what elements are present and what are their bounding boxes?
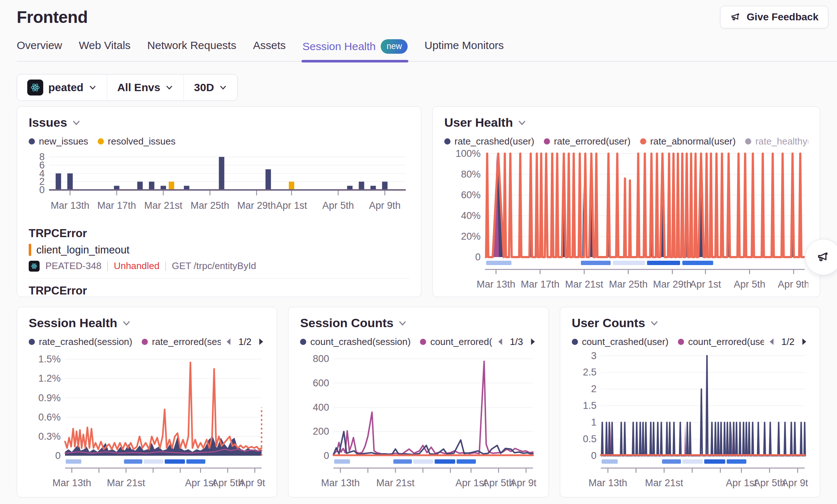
session-counts-panel: Session Counts count_crashed(session) co…	[288, 307, 549, 497]
svg-text:0.5: 0.5	[583, 434, 597, 444]
legend-pagination: 1/2	[225, 336, 265, 347]
issue-title-link[interactable]: TRPCError	[29, 227, 409, 240]
issues-bar-chart[interactable]: 02468Mar 13thMar 17thMar 21stMar 25thMar…	[29, 150, 409, 219]
issues-list: TRPCError client_login_timeout PEATED-34…	[29, 221, 409, 297]
chevron-down-icon[interactable]	[398, 318, 407, 328]
svg-text:Mar 29th: Mar 29th	[237, 200, 276, 211]
svg-text:0: 0	[55, 450, 61, 461]
chevron-down-icon[interactable]	[122, 318, 131, 328]
user-counts-chart[interactable]: 32.521.510.50Mar 13thMar 21stApr 1stApr …	[572, 350, 808, 496]
legend-item[interactable]: rate_errored(user)	[544, 136, 631, 147]
error-level-bar	[29, 244, 31, 256]
svg-text:0: 0	[475, 252, 481, 263]
svg-text:8: 8	[39, 151, 45, 162]
chevron-down-icon[interactable]	[72, 118, 81, 127]
user-health-panel-title: User Health	[444, 115, 513, 130]
user-counts-panel: User Counts count_crashed(user) count_er…	[560, 307, 820, 497]
legend-item[interactable]: count_crashed(session)	[300, 336, 411, 347]
tab-session-health[interactable]: Session Health new	[302, 39, 408, 62]
legend-item[interactable]: rate_crashed(user)	[444, 136, 534, 147]
session-counts-panel-title: Session Counts	[300, 316, 393, 330]
tab-assets[interactable]: Assets	[253, 39, 286, 60]
react-logo-icon	[29, 81, 41, 94]
tab-uptime-monitors[interactable]: Uptime Monitors	[424, 39, 504, 60]
environment-selector[interactable]: All Envs	[107, 74, 183, 101]
issue-row: TRPCError client_login_timeout PEATED-31…	[29, 278, 409, 297]
legend-pagination: 1/3	[496, 336, 537, 347]
svg-text:Mar 17th: Mar 17th	[521, 279, 559, 290]
svg-text:Mar 13th: Mar 13th	[321, 477, 360, 488]
page-next-icon[interactable]	[257, 337, 265, 346]
date-range-selector[interactable]: 30D	[183, 74, 237, 101]
svg-text:0: 0	[324, 450, 329, 461]
divider	[165, 261, 166, 271]
frontend-insights-page: Frontend Give Feedback Overview Web Vita…	[0, 0, 837, 504]
user_counts-chart-svg: 32.521.510.50Mar 13thMar 21stApr 1stApr …	[572, 350, 808, 496]
session-health-panel: Session Health rate_crashed(session) rat…	[17, 307, 277, 497]
page-prev-icon[interactable]	[496, 337, 504, 346]
react-project-icon	[27, 80, 43, 95]
svg-text:Mar 21st: Mar 21st	[107, 477, 145, 488]
project-selector-value: peated	[48, 81, 84, 94]
svg-text:40%: 40%	[461, 210, 481, 221]
user-counts-panel-title: User Counts	[572, 316, 645, 330]
page-prev-icon[interactable]	[768, 337, 776, 346]
legend-pagination: 1/2	[768, 336, 808, 347]
svg-text:0.3%: 0.3%	[38, 431, 61, 442]
chevron-down-icon	[219, 84, 227, 92]
project-selector[interactable]: peated	[17, 74, 107, 101]
environment-selector-value: All Envs	[117, 81, 160, 94]
legend-item[interactable]: count_errored(user)	[678, 336, 764, 347]
svg-text:Mar 13th: Mar 13th	[477, 279, 515, 290]
legend-item[interactable]: rate_abnormal(user)	[640, 136, 736, 147]
svg-text:60%: 60%	[461, 190, 481, 200]
svg-text:3: 3	[591, 350, 597, 361]
session-counts-legend: count_crashed(session) count_errored(ses…	[300, 336, 492, 347]
page-prev-icon[interactable]	[225, 337, 232, 346]
issues-chart-svg: 02468Mar 13thMar 17thMar 21stMar 25thMar…	[29, 150, 409, 219]
user-health-chart[interactable]: 100%80%60%40%20%0Mar 13thMar 17thMar 21s…	[444, 150, 808, 297]
issue-title-link[interactable]: TRPCError	[29, 284, 409, 297]
svg-text:1.2%: 1.2%	[38, 373, 61, 384]
top-panels-row: Issues new_issues resolved_issues 02468M…	[17, 106, 820, 297]
tab-overview[interactable]: Overview	[17, 39, 62, 60]
legend-item[interactable]: rate_errored(session)	[142, 336, 221, 347]
session-counts-chart[interactable]: 8006004002000Mar 13thMar 21stApr 1stApr …	[300, 350, 537, 496]
svg-text:Apr 5th: Apr 5th	[322, 200, 354, 211]
svg-text:80%: 80%	[461, 169, 481, 180]
chevron-down-icon[interactable]	[517, 118, 527, 127]
svg-text:600: 600	[313, 378, 329, 389]
page-indicator: 1/3	[510, 336, 523, 347]
legend-item[interactable]: new_issues	[29, 136, 88, 147]
svg-text:Mar 13th: Mar 13th	[52, 477, 91, 488]
legend-item[interactable]: rate_crashed(session)	[29, 336, 132, 347]
tab-bar: Overview Web Vitals Network Requests Ass…	[17, 39, 837, 62]
svg-text:20%: 20%	[461, 231, 481, 242]
chevron-down-icon	[89, 84, 97, 92]
svg-text:100%: 100%	[456, 150, 481, 159]
session-health-panel-title: Session Health	[29, 316, 117, 330]
legend-item[interactable]: count_errored(session)	[420, 336, 492, 347]
page-indicator: 1/2	[238, 336, 251, 347]
page-next-icon[interactable]	[800, 337, 808, 346]
tab-network-requests[interactable]: Network Requests	[147, 39, 236, 60]
svg-text:Mar 21st: Mar 21st	[144, 200, 183, 211]
user-health-panel: User Health rate_crashed(user) rate_erro…	[432, 106, 820, 297]
tab-web-vitals[interactable]: Web Vitals	[79, 39, 130, 60]
issue-short-id: PEATED-348	[45, 260, 101, 272]
session-health-legend: rate_crashed(session) rate_errored(sessi…	[29, 336, 221, 347]
svg-text:Mar 17th: Mar 17th	[97, 200, 136, 211]
user-health-legend: rate_crashed(user) rate_errored(user) ra…	[444, 136, 808, 147]
svg-text:Mar 25th: Mar 25th	[609, 279, 648, 290]
svg-text:1.5: 1.5	[583, 400, 597, 411]
divider	[107, 261, 108, 271]
give-feedback-button[interactable]: Give Feedback	[720, 6, 828, 28]
chevron-down-icon[interactable]	[650, 318, 659, 328]
new-badge: new	[381, 39, 408, 54]
legend-item[interactable]: rate_healthy(user)	[745, 136, 808, 147]
legend-item[interactable]: count_crashed(user)	[572, 336, 668, 347]
session-health-chart[interactable]: 1.5%1.2%0.9%0.6%0.3%0Mar 13thMar 21stApr…	[29, 350, 265, 496]
page-next-icon[interactable]	[529, 337, 537, 346]
legend-item[interactable]: resolved_issues	[98, 136, 175, 147]
svg-text:200: 200	[313, 426, 329, 437]
